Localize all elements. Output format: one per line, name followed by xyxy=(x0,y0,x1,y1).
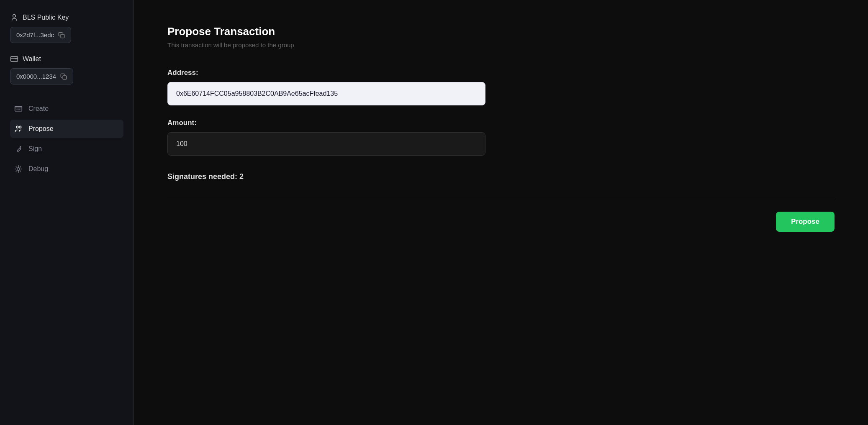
amount-group: Amount: xyxy=(167,119,835,156)
sidebar-item-sign[interactable]: Sign xyxy=(10,140,123,158)
address-label: Address: xyxy=(167,69,835,77)
page-title: Propose Transaction xyxy=(167,25,835,38)
wallet-address-value: 0x0000...1234 xyxy=(16,73,56,80)
wallet-icon xyxy=(10,55,18,63)
svg-rect-2 xyxy=(11,56,18,61)
address-input[interactable] xyxy=(167,82,485,105)
bls-address-value: 0x2d7f...3edc xyxy=(16,31,54,38)
sign-label: Sign xyxy=(28,145,42,153)
propose-button[interactable]: Propose xyxy=(776,212,835,232)
propose-label: Propose xyxy=(28,125,54,133)
sidebar-item-create[interactable]: Create xyxy=(10,100,123,118)
wallet-section: Wallet 0x0000...1234 xyxy=(10,55,123,84)
person-icon xyxy=(10,13,18,22)
bls-label-text: BLS Public Key xyxy=(23,14,69,21)
debug-icon xyxy=(14,165,23,173)
sidebar-item-debug[interactable]: Debug xyxy=(10,160,123,178)
bls-address-badge[interactable]: 0x2d7f...3edc xyxy=(10,27,71,43)
create-label: Create xyxy=(28,105,49,113)
debug-label: Debug xyxy=(28,165,48,173)
svg-point-7 xyxy=(17,168,20,171)
sidebar-nav: Create Propose Sign xyxy=(10,100,123,178)
svg-point-6 xyxy=(19,126,21,128)
svg-rect-1 xyxy=(61,34,64,38)
propose-icon xyxy=(14,125,23,133)
sign-icon xyxy=(14,145,23,153)
amount-input[interactable] xyxy=(167,132,485,156)
svg-point-5 xyxy=(16,126,18,128)
amount-label: Amount: xyxy=(167,119,835,127)
wallet-copy-icon[interactable] xyxy=(60,73,67,80)
bls-copy-icon[interactable] xyxy=(58,32,65,38)
svg-rect-4 xyxy=(15,106,22,111)
main-content: Propose Transaction This transaction wil… xyxy=(134,0,868,425)
footer-divider xyxy=(167,198,835,198)
signatures-needed-text: Signatures needed: 2 xyxy=(167,172,835,181)
bls-label-row: BLS Public Key xyxy=(10,13,123,22)
svg-rect-3 xyxy=(63,76,67,79)
address-group: Address: xyxy=(167,69,835,105)
bls-section: BLS Public Key 0x2d7f...3edc xyxy=(10,13,123,43)
svg-point-0 xyxy=(13,15,16,18)
page-subtitle: This transaction will be proposed to the… xyxy=(167,41,835,49)
wallet-label-text: Wallet xyxy=(23,55,41,63)
wallet-label-row: Wallet xyxy=(10,55,123,63)
sidebar-item-propose[interactable]: Propose xyxy=(10,120,123,138)
footer-row: Propose xyxy=(167,212,835,232)
sidebar: BLS Public Key 0x2d7f...3edc Wallet 0x00 xyxy=(0,0,134,425)
create-icon xyxy=(14,105,23,113)
wallet-address-badge[interactable]: 0x0000...1234 xyxy=(10,68,73,84)
